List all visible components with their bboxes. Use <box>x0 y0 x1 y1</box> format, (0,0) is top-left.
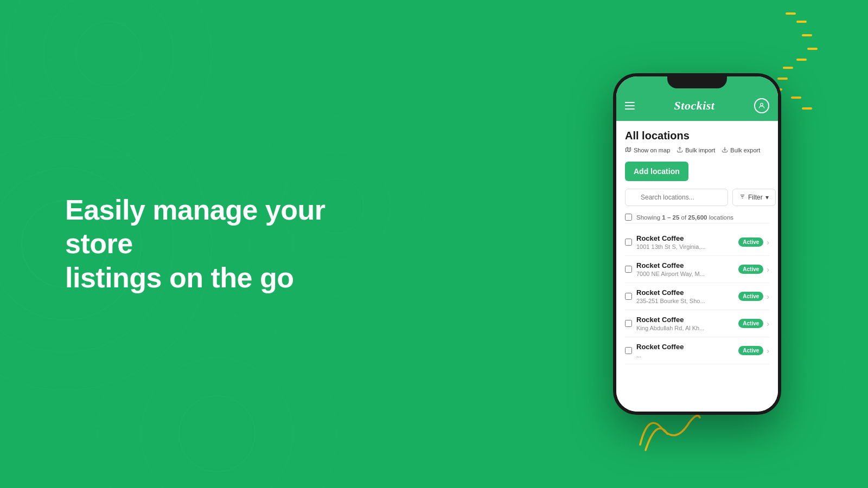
hero-heading: Easily manage your store listings on the… <box>65 193 347 294</box>
location-list: Rocket Coffee 1001 13th St S, Virginia,.… <box>625 229 769 364</box>
hamburger-menu[interactable] <box>625 102 635 110</box>
status-badge-0: Active <box>738 237 763 247</box>
phone-mockup: Stockist All locations <box>613 73 781 415</box>
location-item[interactable]: Rocket Coffee King Abdullah Rd, Al Kh...… <box>625 310 769 337</box>
download-icon <box>722 146 728 154</box>
app-content: All locations Show on map <box>616 121 778 412</box>
location-info-3: Rocket Coffee King Abdullah Rd, Al Kh... <box>636 316 734 331</box>
search-wrap <box>625 189 728 206</box>
select-all-checkbox[interactable] <box>625 214 632 221</box>
location-right-1: Active › <box>738 265 769 274</box>
bulk-import-link[interactable]: Bulk import <box>676 146 715 154</box>
phone-frame: Stockist All locations <box>613 73 781 415</box>
filter-button[interactable]: Filter ▾ <box>732 189 776 206</box>
svg-point-6 <box>76 22 141 87</box>
status-badge-2: Active <box>738 292 763 301</box>
location-name-1: Rocket Coffee <box>636 261 734 269</box>
location-right-2: Active › <box>738 292 769 301</box>
bulk-export-link[interactable]: Bulk export <box>722 146 760 154</box>
location-checkbox-2[interactable] <box>625 293 632 300</box>
location-address-1: 7000 NE Airport Way, M... <box>636 271 734 277</box>
location-right-4: Active › <box>738 346 769 355</box>
status-badge-4: Active <box>738 346 763 355</box>
location-item[interactable]: Rocket Coffee 7000 NE Airport Way, M... … <box>625 256 769 283</box>
location-info-1: Rocket Coffee 7000 NE Airport Way, M... <box>636 261 734 277</box>
upload-icon <box>676 146 683 154</box>
toolbar-links: Show on map Bulk import <box>625 146 769 154</box>
location-info-4: Rocket Coffee ... <box>636 343 734 358</box>
showing-row: Showing 1 – 25 of 25,600 locations <box>625 211 769 223</box>
location-right-3: Active › <box>738 319 769 328</box>
location-name-4: Rocket Coffee <box>636 343 734 351</box>
location-info-2: Rocket Coffee 235-251 Bourke St, Sho... <box>636 288 734 304</box>
app-header: Stockist <box>616 76 778 121</box>
chevron-down-icon: ▾ <box>765 194 769 201</box>
chevron-right-icon-0: › <box>767 238 769 247</box>
filter-icon <box>739 194 745 201</box>
location-item[interactable]: Rocket Coffee 235-251 Bourke St, Sho... … <box>625 283 769 310</box>
showing-text: Showing 1 – 25 of 25,600 locations <box>636 214 733 221</box>
location-info-0: Rocket Coffee 1001 13th St S, Virginia,.… <box>636 234 734 250</box>
location-right-0: Active › <box>738 237 769 247</box>
hero-section: Easily manage your store listings on the… <box>65 193 347 294</box>
add-location-button[interactable]: Add location <box>625 162 688 181</box>
user-avatar-icon[interactable] <box>754 98 769 113</box>
location-checkbox-1[interactable] <box>625 266 632 273</box>
bulk-import-label: Bulk import <box>685 147 715 153</box>
svg-point-11 <box>98 314 336 488</box>
location-address-0: 1001 13th St S, Virginia,... <box>636 243 734 250</box>
location-name-2: Rocket Coffee <box>636 288 734 297</box>
location-item[interactable]: Rocket Coffee 1001 13th St S, Virginia,.… <box>625 229 769 256</box>
chevron-right-icon-3: › <box>767 319 769 328</box>
page-title: All locations <box>625 130 769 142</box>
showing-range: 1 – 25 <box>662 214 679 221</box>
map-icon <box>625 146 631 154</box>
location-address-2: 235-251 Bourke St, Sho... <box>636 298 734 304</box>
showing-total: 25,600 <box>688 214 707 221</box>
location-checkbox-4[interactable] <box>625 347 632 354</box>
location-item[interactable]: Rocket Coffee ... Active › <box>625 337 769 364</box>
phone-screen: Stockist All locations <box>616 76 778 412</box>
bulk-export-label: Bulk export <box>730 147 760 153</box>
svg-marker-29 <box>626 147 631 152</box>
location-address-4: ... <box>636 352 734 358</box>
location-name-0: Rocket Coffee <box>636 234 734 242</box>
show-on-map-label: Show on map <box>634 147 670 153</box>
location-checkbox-0[interactable] <box>625 239 632 246</box>
location-address-3: King Abdullah Rd, Al Kh... <box>636 325 734 331</box>
filter-label: Filter <box>748 194 763 201</box>
show-on-map-link[interactable]: Show on map <box>625 146 670 154</box>
svg-point-8 <box>5 0 212 157</box>
chevron-right-icon-2: › <box>767 292 769 301</box>
chevron-right-icon-1: › <box>767 265 769 274</box>
location-checkbox-3[interactable] <box>625 320 632 327</box>
svg-point-28 <box>761 103 763 106</box>
app-logo: Stockist <box>674 99 715 113</box>
location-name-3: Rocket Coffee <box>636 316 734 324</box>
status-badge-1: Active <box>738 265 763 274</box>
search-input[interactable] <box>625 189 728 206</box>
status-badge-3: Active <box>738 319 763 328</box>
chevron-right-icon-4: › <box>767 346 769 355</box>
svg-point-10 <box>141 358 293 488</box>
search-filter-row: Filter ▾ <box>625 189 769 206</box>
